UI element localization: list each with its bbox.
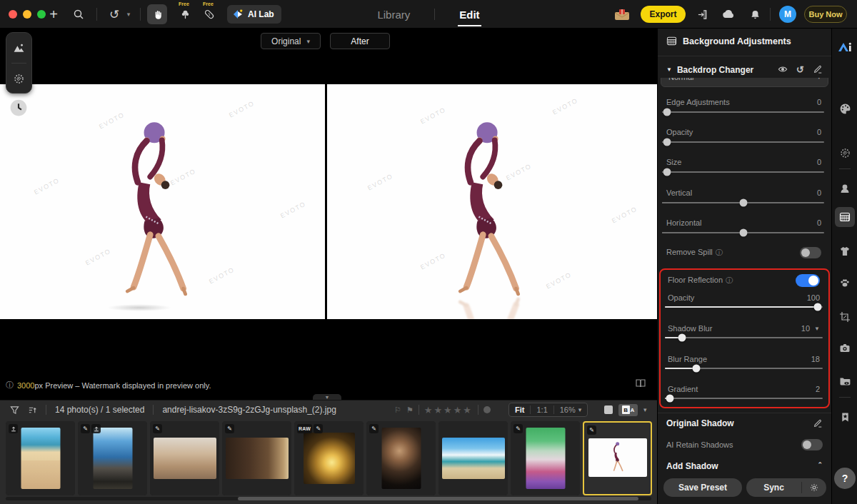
background-image-tool-icon[interactable] bbox=[6, 34, 31, 61]
original-image-panel[interactable]: EVOTO EVOTO EVOTO EVOTO EVOTO EVOTO EVOT… bbox=[0, 84, 325, 319]
collapse-section-icon[interactable]: ▼ bbox=[666, 66, 672, 73]
thumbnail-golden-abstract[interactable]: RAW ✎ bbox=[294, 421, 364, 495]
thumbnail-woman-interior[interactable]: ✎ bbox=[222, 421, 291, 495]
flag-reject-icon[interactable]: ⚑ bbox=[406, 405, 414, 415]
close-window-button[interactable] bbox=[9, 10, 17, 19]
texture-tool-icon[interactable] bbox=[6, 65, 31, 92]
filter-icon[interactable] bbox=[10, 405, 19, 415]
export-button[interactable]: Export bbox=[641, 6, 686, 23]
ai-retain-shadows-toggle[interactable] bbox=[801, 439, 823, 450]
shadow-blur-slider[interactable] bbox=[665, 337, 823, 338]
buy-now-button[interactable]: Buy Now bbox=[804, 6, 847, 23]
thumbnail-child-painted-face[interactable]: ✎ bbox=[511, 421, 580, 495]
slider-label: Shadow Blur bbox=[668, 324, 712, 333]
edit-mask-icon[interactable] bbox=[813, 64, 823, 75]
edit-mask-icon[interactable] bbox=[813, 418, 823, 428]
add-icon[interactable]: + bbox=[46, 0, 61, 29]
preview-eye-icon[interactable] bbox=[778, 64, 788, 75]
reflection-opacity-slider[interactable] bbox=[665, 306, 823, 308]
search-icon[interactable] bbox=[71, 0, 86, 29]
ai-lab-button[interactable]: AI Lab bbox=[227, 5, 281, 24]
zoom-fit-button[interactable]: Fit bbox=[509, 403, 530, 416]
history-clock-button[interactable] bbox=[9, 99, 28, 117]
view-mode-chevron-icon[interactable]: ▾ bbox=[643, 406, 647, 413]
sort-icon[interactable] bbox=[28, 405, 37, 415]
thumbnail-gymnast-selected[interactable]: ✎ bbox=[583, 421, 652, 495]
clothing-tool-icon[interactable] bbox=[832, 243, 857, 260]
after-image-panel[interactable]: EVOTO EVOTO EVOTO EVOTO EVOTO EVOTO EVOT… bbox=[327, 84, 657, 319]
undo-history-chevron-icon[interactable]: ▾ bbox=[124, 0, 134, 29]
watermark: EVOTO bbox=[551, 97, 579, 116]
notifications-bell-icon[interactable] bbox=[747, 0, 763, 29]
chevron-down-icon[interactable]: ▼ bbox=[814, 326, 820, 332]
thumbnail-beach-crowd[interactable] bbox=[6, 421, 75, 495]
color-label-icon[interactable] bbox=[483, 406, 491, 413]
edit-badge-icon: ✎ bbox=[314, 424, 323, 433]
star-rating[interactable]: ★★★★★ bbox=[424, 405, 473, 415]
tab-edit[interactable]: Edit bbox=[459, 9, 479, 21]
save-preset-button[interactable]: Save Preset bbox=[663, 478, 742, 497]
texture-tool-icon[interactable] bbox=[832, 144, 857, 161]
watermark: EVOTO bbox=[419, 252, 447, 271]
toolbar-divider bbox=[419, 405, 419, 415]
gymnast-figure bbox=[447, 119, 530, 298]
original-view-dropdown[interactable]: Original ▾ bbox=[261, 33, 321, 49]
folder-preview-icon[interactable] bbox=[832, 373, 857, 390]
slider-value: 0 bbox=[817, 218, 821, 227]
avatar[interactable]: M bbox=[779, 6, 796, 23]
export-queue-icon[interactable] bbox=[694, 0, 710, 29]
thumbnail-coastal-rock[interactable]: ✎ bbox=[78, 421, 147, 495]
undo-icon[interactable]: ↺ bbox=[107, 0, 121, 29]
healing-tool-icon[interactable] bbox=[201, 0, 217, 29]
slider-row-vertical: Vertical 0 bbox=[666, 188, 821, 197]
edge-adjustments-slider[interactable] bbox=[662, 111, 824, 113]
pet-tool-icon[interactable] bbox=[832, 274, 857, 291]
horizontal-slider[interactable] bbox=[662, 232, 824, 233]
thumbnail-family-portrait[interactable]: ✎ bbox=[150, 421, 219, 495]
split-view-icon[interactable] bbox=[635, 378, 646, 388]
crop-tool-icon[interactable] bbox=[832, 308, 857, 326]
sync-button[interactable]: Sync bbox=[746, 483, 801, 493]
vertical-slider[interactable] bbox=[662, 202, 824, 203]
floor-reflection-toggle[interactable] bbox=[796, 274, 820, 287]
portrait-tool-icon[interactable] bbox=[832, 180, 857, 197]
gradient-slider[interactable] bbox=[665, 398, 823, 399]
background-adjustments-tool-selected[interactable] bbox=[835, 207, 855, 227]
flag-pick-icon[interactable]: ⚐ bbox=[394, 405, 401, 415]
thumbnail-elderly-man[interactable]: ✎ bbox=[366, 421, 436, 495]
bookmark-preset-icon[interactable] bbox=[832, 408, 857, 425]
ai-background-tool-icon[interactable] bbox=[177, 0, 193, 29]
backdrop-changer-title[interactable]: Backdrop Changer bbox=[677, 65, 753, 75]
zoom-level-dropdown[interactable]: 16%▾ bbox=[554, 403, 588, 416]
camera-tool-icon[interactable] bbox=[832, 340, 857, 357]
blend-mode-dropdown-clipped[interactable]: Normal ▾ bbox=[661, 78, 828, 88]
zoom-actual-button[interactable]: 1:1 bbox=[531, 403, 553, 416]
slider-label: Gradient bbox=[668, 385, 698, 393]
blur-range-slider[interactable] bbox=[665, 368, 823, 369]
sync-settings-gear-icon[interactable] bbox=[802, 483, 826, 493]
help-button[interactable]: ? bbox=[834, 468, 856, 489]
remove-spill-toggle[interactable] bbox=[800, 247, 821, 258]
toolbar-divider bbox=[96, 8, 97, 21]
hand-tool-button[interactable] bbox=[147, 4, 167, 24]
reset-icon[interactable]: ↺ bbox=[796, 64, 804, 75]
thumbnail-tropical-beach[interactable] bbox=[438, 421, 508, 495]
opacity-slider[interactable] bbox=[662, 141, 824, 143]
single-view-icon[interactable] bbox=[604, 405, 613, 414]
thumbnail-image bbox=[304, 433, 355, 484]
before-after-toggle[interactable]: B A bbox=[618, 404, 638, 416]
tab-library[interactable]: Library bbox=[377, 9, 410, 21]
gift-promo-icon[interactable] bbox=[613, 0, 631, 29]
minimize-window-button[interactable] bbox=[23, 10, 31, 19]
ai-retain-shadows-label: AI Retain Shadows bbox=[666, 440, 733, 449]
scrollbar-thumb[interactable] bbox=[238, 497, 638, 500]
thumbnail-strip: ✎ ✎ ✎ RAW ✎ ✎ bbox=[6, 421, 652, 495]
window-controls[interactable] bbox=[9, 10, 46, 19]
after-view-button[interactable]: After bbox=[330, 33, 390, 49]
filmstrip-scrollbar[interactable] bbox=[6, 497, 651, 500]
thumbnail-image bbox=[588, 438, 647, 477]
size-slider[interactable] bbox=[662, 171, 824, 173]
zoom-window-button[interactable] bbox=[37, 10, 46, 19]
palette-tool-icon[interactable] bbox=[832, 100, 857, 117]
cloud-sync-icon[interactable] bbox=[721, 0, 736, 29]
